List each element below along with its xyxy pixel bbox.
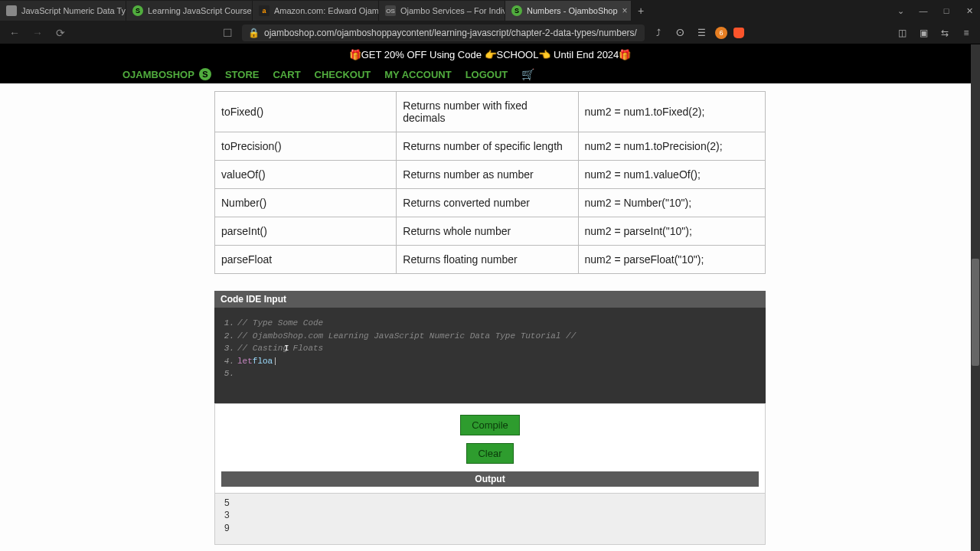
url-text: ojamboshop.com/ojamboshoppaycontent/lear…: [264, 28, 637, 38]
share-icon[interactable]: ⤴: [651, 25, 666, 41]
favicon-icon: a: [259, 5, 270, 16]
forward-button[interactable]: →: [29, 24, 46, 41]
bookmark-icon[interactable]: ☐: [219, 24, 236, 41]
method-cell: parseFloat: [215, 246, 397, 274]
output-header: Output: [221, 471, 759, 487]
site-nav: OJAMBOSHOP S STORE CART CHECKOUT MY ACCO…: [0, 65, 980, 83]
back-button[interactable]: ←: [6, 24, 23, 41]
favicon-icon: S: [132, 5, 143, 16]
close-window-icon[interactable]: ✕: [959, 3, 980, 18]
promo-banner: 🎁GET 20% OFF Using Code 👉SCHOOL👈 Until E…: [0, 44, 980, 65]
example-cell: num2 = Number("10");: [578, 189, 765, 217]
table-row: parseFloatReturns floating numbernum2 = …: [215, 246, 766, 274]
cart-icon[interactable]: 🛒: [521, 68, 534, 80]
table-row: toFixed()Returns number with fixed decim…: [215, 92, 766, 132]
tab-3[interactable]: OSOjambo Services – For Individu: [379, 1, 505, 21]
tab-4[interactable]: SNumbers - OjamboShop×: [505, 1, 632, 21]
tab-title: JavaScript Numeric Data Type: [21, 6, 126, 15]
example-cell: num2 = parseInt("10");: [578, 217, 765, 246]
tab-2[interactable]: aAmazon.com: Edward Ojambo: [253, 1, 379, 21]
table-row: Number()Returns converted numbernum2 = N…: [215, 189, 766, 217]
close-tab-icon[interactable]: ×: [622, 5, 628, 16]
desc-cell: Returns whole number: [397, 217, 578, 246]
lock-icon: 🔒: [248, 28, 260, 38]
tab-title: Amazon.com: Edward Ojambo: [274, 6, 379, 15]
desc-cell: Returns number with fixed decimals: [397, 92, 578, 132]
window-controls: ⌄ — □ ✕: [890, 3, 980, 18]
desc-cell: Returns converted number: [397, 189, 578, 217]
brand-link[interactable]: OJAMBOSHOP: [122, 69, 194, 80]
tab-title: Learning JavaScript Course - O: [148, 6, 253, 15]
tab-title: Ojambo Services – For Individu: [400, 6, 505, 15]
rss-icon[interactable]: ⵙ: [672, 25, 688, 41]
method-cell: valueOf(): [215, 161, 397, 189]
brave-icon[interactable]: [733, 28, 744, 38]
maximize-icon[interactable]: □: [936, 3, 957, 18]
method-cell: Number(): [215, 189, 397, 217]
method-cell: toFixed(): [215, 92, 397, 132]
reader-icon[interactable]: ☰: [694, 25, 709, 41]
tab-title: Numbers - OjamboShop: [527, 6, 618, 15]
logo-icon: S: [199, 68, 211, 80]
code-editor[interactable]: 1.// Type Some Code2.// OjamboShop.com L…: [214, 308, 766, 403]
tab-0[interactable]: JavaScript Numeric Data Type: [0, 1, 126, 21]
minimize-icon[interactable]: —: [913, 3, 934, 18]
method-cell: parseInt(): [215, 217, 397, 246]
nav-account[interactable]: MY ACCOUNT: [384, 69, 451, 80]
nav-checkout[interactable]: CHECKOUT: [315, 69, 371, 80]
favicon-icon: [6, 5, 17, 16]
favicon-icon: OS: [385, 5, 396, 16]
table-row: parseInt()Returns whole numbernum2 = par…: [215, 217, 766, 246]
shield-badge[interactable]: 6: [715, 27, 727, 39]
reload-button[interactable]: ⟳: [52, 24, 69, 41]
menu-icon[interactable]: ≡: [959, 25, 974, 41]
example-cell: num2 = num1.toFixed(2);: [578, 92, 765, 132]
scrollbar[interactable]: [971, 44, 980, 551]
desc-cell: Returns number as number: [397, 161, 578, 189]
ide-input-header: Code IDE Input: [214, 291, 766, 308]
tab-strip: JavaScript Numeric Data Type SLearning J…: [0, 0, 890, 21]
table-row: toPrecision()Returns number of specific …: [215, 132, 766, 161]
example-cell: num2 = num1.valueOf();: [578, 161, 765, 189]
customize-icon[interactable]: ⌄: [890, 3, 911, 18]
nav-store[interactable]: STORE: [225, 69, 260, 80]
new-tab-button[interactable]: +: [632, 5, 650, 17]
example-cell: num2 = parseFloat("10");: [578, 246, 765, 274]
settings-icon[interactable]: ⇆: [937, 25, 952, 41]
clear-button[interactable]: Clear: [466, 443, 513, 464]
favicon-icon: S: [511, 5, 522, 16]
compile-button[interactable]: Compile: [460, 415, 520, 435]
method-cell: toPrecision(): [215, 132, 397, 161]
desc-cell: Returns floating number: [397, 246, 578, 274]
sidebar-icon[interactable]: ◫: [894, 25, 910, 41]
nav-cart[interactable]: CART: [273, 69, 300, 80]
nav-logout[interactable]: LOGOUT: [466, 69, 508, 80]
output-panel: 539: [214, 494, 766, 545]
url-bar[interactable]: 🔒 ojamboshop.com/ojamboshoppaycontent/le…: [242, 24, 645, 41]
table-row: valueOf()Returns number as numbernum2 = …: [215, 161, 766, 189]
methods-table: toFixed()Returns number with fixed decim…: [214, 91, 766, 274]
wallet-icon[interactable]: ▣: [916, 25, 931, 41]
tab-1[interactable]: SLearning JavaScript Course - O: [126, 1, 253, 21]
example-cell: num2 = num1.toPrecision(2);: [578, 132, 765, 161]
desc-cell: Returns number of specific length: [397, 132, 578, 161]
